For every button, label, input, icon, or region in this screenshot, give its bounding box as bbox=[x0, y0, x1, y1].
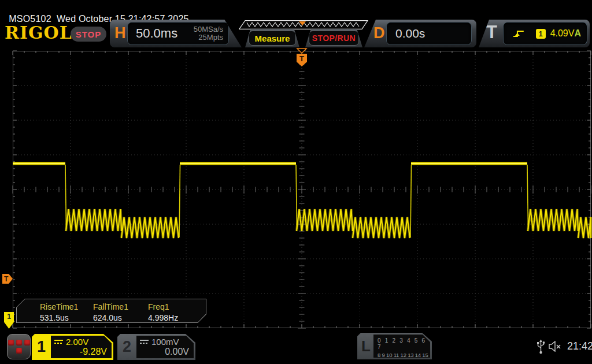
memory-depth: 25Mpts bbox=[194, 34, 223, 42]
channel1-marker-label: 1 bbox=[7, 313, 11, 321]
clock: 21:42 bbox=[567, 340, 592, 352]
trigger-sweep-mode: A bbox=[574, 28, 581, 39]
horizontal-badge: H bbox=[114, 25, 126, 41]
timebase-value: 50.0ms bbox=[136, 26, 177, 41]
main-menu-button[interactable] bbox=[7, 334, 31, 359]
measurement-label: Freq1 bbox=[148, 302, 203, 311]
trigger-inset: 1 4.09V A bbox=[503, 22, 587, 45]
usb-icon bbox=[536, 338, 546, 354]
trigger-level-marker[interactable]: T bbox=[2, 274, 13, 284]
digital-channels-row2: 8 9 10 11 12 13 14 15 bbox=[378, 352, 430, 358]
measurement-risetime: RiseTime1 531.5us bbox=[40, 302, 95, 322]
channel2-offset: 0.00V bbox=[165, 347, 189, 356]
run-state-label: STOP bbox=[76, 29, 102, 39]
trigger-source-badge: 1 bbox=[536, 29, 546, 39]
menu-grid-icon bbox=[24, 340, 30, 346]
menu-grid-icon bbox=[16, 348, 22, 354]
menu-grid-icon bbox=[8, 340, 14, 346]
stop-run-button[interactable]: STOP/RUN bbox=[305, 29, 362, 47]
sample-rate: 50MSa/s bbox=[194, 25, 223, 34]
dc-coupling-icon bbox=[54, 339, 63, 344]
graticule-area: T bbox=[13, 51, 591, 328]
trigger-badge: T bbox=[486, 23, 497, 41]
acquisition-rates: 50MSa/s 25Mpts bbox=[194, 25, 223, 42]
channel2-scale: 100mV bbox=[151, 337, 179, 346]
timebase-inset: 50.0ms 50MSa/s 25Mpts bbox=[127, 22, 229, 45]
stop-run-button-label: STOP/RUN bbox=[312, 34, 356, 43]
menu-grid-icon bbox=[16, 340, 22, 346]
measurement-label: FallTime1 bbox=[93, 302, 148, 311]
rising-edge-icon bbox=[513, 28, 524, 39]
dc-coupling-icon bbox=[140, 339, 149, 344]
digital-channels-row1: 0 1 2 3 4 5 6 7 bbox=[378, 337, 430, 350]
channel1-scale: 2.00V bbox=[66, 337, 88, 346]
channel1-number: 1 bbox=[32, 334, 51, 360]
channel2-number: 2 bbox=[117, 334, 136, 360]
rigol-logo: RIGOL bbox=[5, 23, 72, 43]
measurement-value: 4.998Hz bbox=[148, 313, 203, 322]
delay-badge: D bbox=[373, 25, 385, 41]
channel1-offset: -9.28V bbox=[80, 347, 107, 356]
waveform-memory-zigzag bbox=[239, 20, 368, 29]
delay-inset: 0.00s bbox=[386, 22, 472, 45]
grid-and-waveform: T bbox=[13, 51, 591, 328]
waveform-memory-bar[interactable] bbox=[239, 20, 368, 29]
measurement-falltime: FallTime1 624.0us bbox=[93, 302, 148, 322]
measurement-label: RiseTime1 bbox=[40, 302, 95, 311]
trigger-level-value: 4.09V bbox=[550, 28, 575, 39]
channel2-tag[interactable]: 2 100mV 0.00V bbox=[117, 334, 195, 360]
measure-button[interactable]: Measure bbox=[245, 29, 299, 47]
measurement-freq: Freq1 4.998Hz bbox=[148, 302, 203, 322]
speaker-muted-icon[interactable] bbox=[549, 341, 564, 352]
logic-analyzer-tag[interactable]: L 0 1 2 3 4 5 6 7 8 9 10 11 12 13 14 15 bbox=[357, 333, 432, 359]
trigger-level-marker-label: T bbox=[4, 275, 8, 283]
svg-text:T: T bbox=[299, 54, 304, 63]
horizontal-timebase-panel[interactable]: H 50.0ms 50MSa/s 25Mpts bbox=[110, 20, 242, 47]
delay-value: 0.00s bbox=[395, 27, 425, 40]
logic-analyzer-badge: L bbox=[358, 335, 373, 357]
measurement-results-panel[interactable]: RiseTime1 531.5us FallTime1 624.0us Freq… bbox=[16, 299, 206, 323]
trigger-panel[interactable]: T 1 4.09V A bbox=[479, 20, 590, 47]
delay-panel[interactable]: D 0.00s bbox=[364, 20, 476, 47]
measurement-value: 624.0us bbox=[93, 313, 148, 322]
measurement-value: 531.5us bbox=[40, 313, 95, 322]
measure-button-label: Measure bbox=[255, 34, 290, 43]
run-state-badge: STOP bbox=[71, 27, 106, 42]
channel1-tag[interactable]: 1 2.00V -9.28V bbox=[32, 334, 113, 360]
